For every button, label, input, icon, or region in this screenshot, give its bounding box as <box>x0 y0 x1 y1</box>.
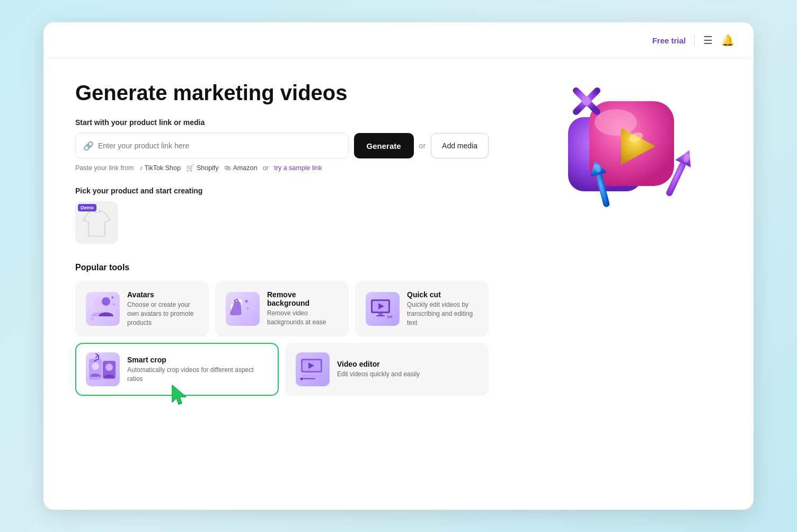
svg-point-20 <box>92 362 99 370</box>
tools-grid-top: ✦ ✦ ☞ Avatars Choose or create your own … <box>75 281 489 336</box>
sample-link[interactable]: try a sample link <box>274 164 322 172</box>
tool-card-video-editor[interactable]: Video editor Edit videos quickly and eas… <box>285 343 489 396</box>
quick-cut-text: Quick cut Quickly edit videos by transcr… <box>407 290 478 327</box>
svg-text:✦: ✦ <box>244 298 249 305</box>
amazon-icon: 🛍 <box>224 164 231 172</box>
smart-crop-name: Smart crop <box>127 356 268 364</box>
smart-crop-icon <box>86 352 120 386</box>
svg-text:✦: ✦ <box>110 295 114 300</box>
tools-grid-bottom: Smart crop Automatically crop videos for… <box>75 343 489 396</box>
tool-card-avatars[interactable]: ✦ ✦ ☞ Avatars Choose or create your own … <box>75 281 209 336</box>
shopify-link[interactable]: Shopify <box>197 164 219 172</box>
cursor-indicator <box>169 383 190 410</box>
input-row: 🔗 Generate or Add media <box>75 133 489 158</box>
main-content: Generate marketing videos Start with you… <box>43 59 754 417</box>
tool-card-remove-bg[interactable]: ✦ ✦ Remove background Remove video backg… <box>215 281 349 336</box>
avatars-name: Avatars <box>127 290 198 299</box>
quick-cut-desc: Quickly edit videos by transcribing and … <box>407 300 478 327</box>
section-label: Start with your product link or media <box>75 118 489 127</box>
quick-cut-icon: ✂ <box>366 292 400 326</box>
quick-cut-name: Quick cut <box>407 290 478 299</box>
avatars-icon: ✦ ✦ ☞ <box>86 292 120 326</box>
svg-point-28 <box>300 378 303 380</box>
svg-text:✦: ✦ <box>246 306 250 311</box>
header-divider <box>694 34 695 46</box>
free-trial-link[interactable]: Free trial <box>652 36 686 45</box>
tool-card-quick-cut[interactable]: ✂ Quick cut Quickly edit videos by trans… <box>355 281 489 336</box>
product-input-wrapper: 🔗 <box>75 133 349 158</box>
left-content: Generate marketing videos Start with you… <box>75 80 489 396</box>
tool-card-smart-crop[interactable]: Smart crop Automatically crop videos for… <box>75 343 279 396</box>
popular-tools-section: Popular tools <box>75 263 489 396</box>
avatars-desc: Choose or create your own avatars to pro… <box>127 300 198 327</box>
svg-point-38 <box>582 97 591 105</box>
menu-icon[interactable]: ☰ <box>703 34 713 47</box>
paste-or: or <box>263 164 269 172</box>
smart-crop-desc: Automatically crop videos for different … <box>127 366 268 384</box>
bell-icon[interactable]: 🔔 <box>721 34 734 47</box>
generate-button[interactable]: Generate <box>354 133 414 158</box>
remove-bg-icon: ✦ ✦ <box>226 292 260 326</box>
paste-hint-prefix: Paste your link from <box>75 164 134 172</box>
video-editor-name: Video editor <box>337 360 420 368</box>
smart-crop-text: Smart crop Automatically crop videos for… <box>127 356 268 384</box>
or-text: or <box>419 141 426 150</box>
video-editor-text: Video editor Edit videos quickly and eas… <box>337 360 420 379</box>
svg-text:✦: ✦ <box>112 303 116 306</box>
tiktok-shop-link[interactable]: TikTok Shop <box>145 164 181 172</box>
amazon-link[interactable]: Amazon <box>233 164 258 172</box>
remove-bg-name: Remove background <box>267 290 338 307</box>
popular-tools-title: Popular tools <box>75 263 489 272</box>
add-media-button[interactable]: Add media <box>431 133 489 158</box>
hero-3d-graphic <box>557 75 716 234</box>
paste-hint: Paste your link from ♪ TikTok Shop 🛒 Sho… <box>75 164 489 172</box>
svg-rect-16 <box>378 313 383 315</box>
svg-rect-17 <box>376 315 385 316</box>
remove-bg-desc: Remove video backgrounds at ease <box>267 309 338 327</box>
product-thumbnail[interactable]: Demo <box>75 201 118 244</box>
svg-text:✂: ✂ <box>387 313 393 321</box>
svg-rect-27 <box>302 378 315 379</box>
page-title: Generate marketing videos <box>75 80 489 105</box>
demo-badge: Demo <box>78 204 96 211</box>
remove-bg-text: Remove background Remove video backgroun… <box>267 290 338 327</box>
header: Free trial ☰ 🔔 <box>43 22 754 59</box>
svg-point-0 <box>94 298 103 307</box>
tiktok-icon: ♪ <box>139 164 143 172</box>
picks-label: Pick your product and start creating <box>75 187 489 195</box>
avatars-text: Avatars Choose or create your own avatar… <box>127 290 198 327</box>
link-icon: 🔗 <box>83 141 94 151</box>
svg-rect-26 <box>302 375 321 377</box>
shopify-icon: 🛒 <box>186 164 194 172</box>
svg-point-1 <box>102 297 110 306</box>
product-link-input[interactable] <box>98 141 341 150</box>
video-editor-desc: Edit videos quickly and easily <box>337 370 420 379</box>
svg-point-31 <box>595 109 637 136</box>
hero-decoration <box>557 75 727 244</box>
main-window: Free trial ☰ 🔔 Generate marketing videos… <box>43 22 754 510</box>
video-editor-icon <box>296 352 330 386</box>
shirt-image <box>82 207 111 238</box>
svg-text:☞: ☞ <box>90 316 95 322</box>
svg-point-22 <box>105 363 113 371</box>
